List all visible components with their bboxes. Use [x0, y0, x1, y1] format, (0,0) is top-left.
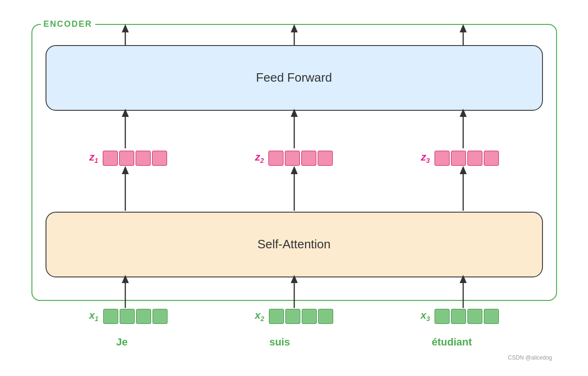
z3-vector-group: z3 [421, 151, 499, 166]
z3-sub: 3 [426, 157, 430, 165]
x3-sub: 3 [427, 315, 430, 323]
z3-cells [435, 151, 499, 166]
x2-cell-1 [269, 309, 284, 324]
x2-cell-3 [302, 309, 317, 324]
z1-cell-2 [119, 151, 134, 166]
z2-sub: 2 [260, 157, 264, 165]
feed-forward-label: Feed Forward [256, 70, 332, 85]
z2-cells [268, 151, 333, 166]
x1-sub: 1 [95, 315, 99, 323]
x1-cell-1 [103, 309, 118, 324]
word-je: Je [116, 336, 127, 348]
x3-vector-group: x3 [420, 309, 499, 324]
z1-cell-4 [152, 151, 167, 166]
x2-cell-2 [285, 309, 300, 324]
words-row: Je suis étudiant [46, 336, 543, 348]
x3-cells [435, 309, 499, 324]
word-suis: suis [269, 336, 290, 348]
x1-cell-2 [120, 309, 135, 324]
x1-cell-4 [153, 309, 168, 324]
self-attention-label: Self-Attention [257, 237, 330, 252]
x1-cells [103, 309, 168, 324]
x2-cell-4 [318, 309, 333, 324]
x3-cell-2 [451, 309, 466, 324]
z1-cells [103, 151, 167, 166]
x1-label: x1 [89, 309, 99, 322]
encoder-label: ENCODER [41, 19, 95, 29]
z3-cell-1 [435, 151, 450, 166]
x2-label: x2 [255, 309, 264, 322]
self-attention-box: Self-Attention [46, 212, 543, 277]
z2-cell-4 [318, 151, 333, 166]
x2-vector-group: x2 [255, 309, 333, 324]
z3-label: z3 [421, 151, 430, 164]
feed-forward-box: Feed Forward [46, 45, 543, 111]
x2-cells [269, 309, 333, 324]
x3-cell-3 [467, 309, 482, 324]
x3-label: x3 [420, 309, 430, 322]
z3-cell-4 [484, 151, 499, 166]
x2-sub: 2 [260, 315, 264, 323]
x1-cell-3 [136, 309, 151, 324]
x1-vector-group: x1 [89, 309, 168, 324]
x-vectors-row: x1 x2 x3 [46, 309, 543, 324]
diagram-container: ENCODER Feed Forward Self-Attention z1 z… [17, 10, 571, 367]
z2-cell-3 [301, 151, 316, 166]
z1-cell-3 [136, 151, 151, 166]
z2-vector-group: z2 [255, 151, 333, 166]
z1-label: z1 [89, 151, 98, 164]
z-vectors-row: z1 z2 z3 [46, 151, 543, 166]
word-etudiant: étudiant [432, 336, 472, 348]
x3-cell-4 [484, 309, 499, 324]
z3-cell-3 [467, 151, 482, 166]
z1-sub: 1 [94, 157, 98, 165]
z2-cell-1 [268, 151, 283, 166]
z2-cell-2 [285, 151, 300, 166]
x3-cell-1 [435, 309, 450, 324]
z1-cell-1 [103, 151, 118, 166]
watermark: CSDN @alicedog [508, 354, 552, 361]
z3-cell-2 [451, 151, 466, 166]
z1-vector-group: z1 [89, 151, 167, 166]
z2-label: z2 [255, 151, 264, 164]
